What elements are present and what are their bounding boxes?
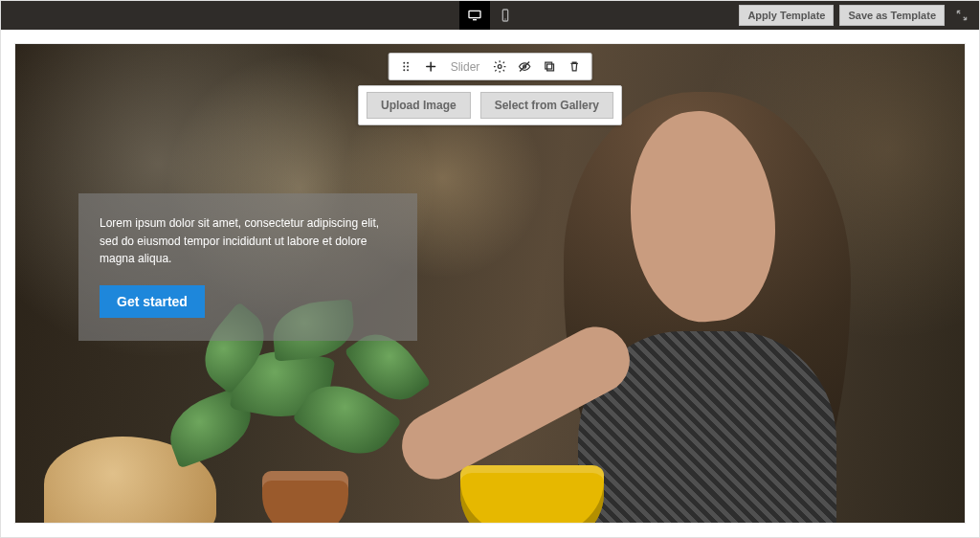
image-source-bar: Upload Image Select from Gallery (358, 85, 622, 125)
delete-button[interactable] (562, 54, 587, 79)
svg-point-7 (407, 66, 409, 68)
top-right-actions: Apply Template Save as Template (739, 1, 979, 30)
svg-point-5 (407, 62, 409, 64)
svg-rect-0 (469, 11, 480, 17)
foreground-pot (262, 471, 348, 524)
drag-icon (398, 59, 412, 74)
svg-rect-13 (546, 62, 552, 69)
canvas-wrap: Lorem ipsum dolor sit amet, consectetur … (1, 30, 979, 537)
upload-image-button[interactable]: Upload Image (367, 92, 471, 119)
svg-rect-1 (473, 19, 477, 20)
photo-subject (545, 82, 851, 524)
expand-button[interactable] (950, 4, 973, 27)
apply-template-button[interactable]: Apply Template (739, 5, 834, 26)
plus-icon (423, 59, 437, 74)
svg-point-6 (403, 66, 405, 68)
select-from-gallery-button[interactable]: Select from Gallery (480, 92, 613, 119)
hero-body-text: Lorem ipsum dolor sit amet, consectetur … (100, 214, 396, 268)
svg-rect-12 (547, 64, 554, 71)
device-toggle (459, 1, 521, 30)
trash-icon (568, 59, 582, 74)
duplicate-button[interactable] (537, 54, 562, 79)
save-as-template-button[interactable]: Save as Template (839, 5, 945, 26)
copy-icon (543, 59, 557, 74)
add-block-button[interactable] (418, 54, 443, 79)
settings-button[interactable] (487, 54, 512, 79)
gear-icon (493, 59, 507, 74)
visibility-button[interactable] (512, 54, 537, 79)
svg-point-9 (407, 69, 409, 71)
block-type-label: Slider (443, 60, 488, 74)
eye-off-icon (518, 59, 532, 74)
get-started-button[interactable]: Get started (100, 285, 205, 318)
desktop-icon (467, 8, 482, 23)
block-toolbar: Slider (389, 53, 592, 80)
svg-point-3 (504, 18, 505, 19)
slider-canvas[interactable]: Lorem ipsum dolor sit amet, consectetur … (14, 43, 966, 524)
expand-icon (955, 9, 969, 22)
drag-handle[interactable] (393, 54, 418, 79)
desktop-view-button[interactable] (459, 1, 490, 30)
svg-point-10 (498, 65, 501, 69)
svg-point-4 (403, 62, 405, 64)
svg-point-8 (403, 69, 405, 71)
mobile-view-button[interactable] (490, 1, 521, 30)
mobile-icon (498, 8, 513, 23)
top-bar: Apply Template Save as Template (1, 1, 979, 30)
foreground-cup (460, 465, 604, 524)
hero-overlay-card[interactable]: Lorem ipsum dolor sit amet, consectetur … (78, 193, 417, 341)
